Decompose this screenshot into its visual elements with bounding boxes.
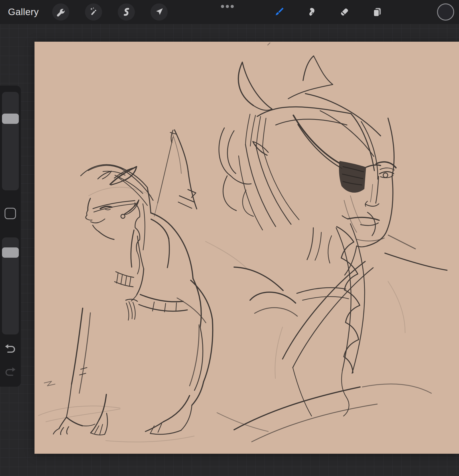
top-toolbar: Gallery	[0, 0, 459, 24]
ellipsis-dot	[226, 5, 229, 8]
layers-icon	[371, 6, 383, 18]
system-handle-dots	[221, 5, 234, 8]
brush-size-handle[interactable]	[2, 114, 19, 124]
wrench-icon	[56, 7, 66, 17]
brush-size-slider[interactable]	[2, 92, 19, 190]
modify-button[interactable]	[5, 208, 16, 219]
ellipsis-dot	[221, 5, 224, 8]
opacity-handle[interactable]	[2, 247, 19, 258]
selection-button[interactable]	[118, 3, 135, 21]
transform-arrow-icon	[154, 7, 164, 17]
color-swatch-circle[interactable]	[437, 3, 454, 21]
layers-button[interactable]	[371, 6, 383, 18]
redo-arrow-icon	[3, 366, 17, 377]
paint-tool-button[interactable]	[273, 6, 285, 18]
selection-s-icon	[121, 7, 131, 17]
redo-button[interactable]	[3, 366, 17, 377]
undo-arrow-icon	[3, 343, 17, 354]
actions-button[interactable]	[52, 3, 69, 21]
eraser-icon	[339, 6, 350, 18]
ellipsis-dot	[231, 5, 234, 8]
drawing-canvas[interactable]	[34, 42, 459, 454]
undo-button[interactable]	[3, 343, 17, 354]
smudge-tool-button[interactable]	[306, 6, 318, 18]
gallery-button[interactable]: Gallery	[8, 0, 39, 24]
magic-wand-icon	[88, 7, 99, 17]
opacity-slider[interactable]	[2, 237, 19, 334]
sidebar	[0, 86, 21, 387]
erase-tool-button[interactable]	[338, 6, 351, 18]
transform-button[interactable]	[151, 3, 168, 21]
paintbrush-icon	[273, 6, 285, 18]
sketch-artwork	[34, 42, 459, 454]
smudge-finger-icon	[306, 6, 318, 18]
adjustments-button[interactable]	[85, 3, 102, 21]
